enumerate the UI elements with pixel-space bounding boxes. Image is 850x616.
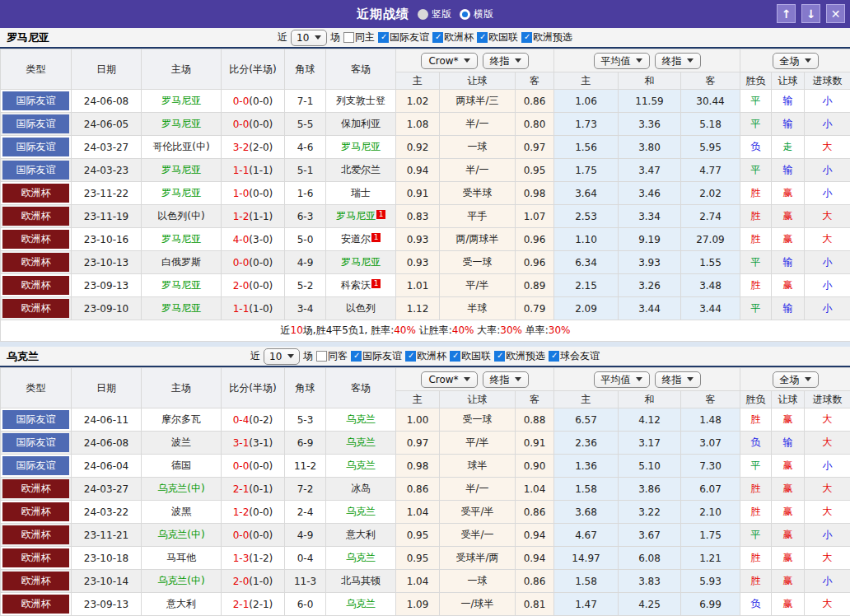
competition-checkbox[interactable]: 国际友谊 [351, 349, 402, 363]
cell-avg-odds: 1.56 [554, 136, 619, 159]
team-link[interactable]: 乌克兰 [346, 506, 376, 517]
team-link[interactable]: 乌克兰(中) [157, 529, 204, 540]
team-link[interactable]: 安道尔 [341, 233, 371, 245]
team-link[interactable]: 以色列 [346, 302, 376, 314]
odds-dropdown[interactable]: 终指 [483, 371, 529, 388]
subcol-header: 客 [516, 72, 554, 90]
scroll-up-button[interactable]: ↑ [777, 4, 796, 23]
team-link[interactable]: 乌克兰 [346, 552, 376, 563]
odds-dropdown[interactable]: 终指 [655, 371, 701, 388]
scroll-down-button[interactable]: ↓ [801, 4, 820, 23]
cell-result: 赢 [772, 501, 805, 524]
odds-dropdown[interactable]: 全场 [773, 371, 819, 388]
team-link[interactable]: 列支敦士登 [336, 95, 385, 106]
cell-avg-odds: 3.26 [619, 274, 681, 297]
checkbox-label: 欧洲预选 [506, 349, 545, 363]
cell-crow-odds: 1.12 [396, 297, 440, 320]
team-link[interactable]: 北爱尔兰 [341, 164, 381, 175]
team-link[interactable]: 罗马尼亚 [161, 164, 201, 175]
competition-checkbox[interactable]: 欧洲预选 [494, 349, 545, 363]
team-link[interactable]: 罗马尼亚 [161, 233, 201, 245]
odds-group-header: 全场 [740, 368, 850, 391]
odds-dropdown[interactable]: Crow* [421, 371, 477, 388]
team-link[interactable]: 科索沃 [341, 279, 371, 291]
same-venue-checkbox[interactable]: 同主 [343, 30, 375, 44]
team-link[interactable]: 德国 [171, 460, 191, 471]
cell-crow-odds: 1.04 [396, 501, 440, 524]
cell-result: 赢 [772, 408, 805, 432]
team-link[interactable]: 北马其顿 [341, 575, 381, 586]
competition-checkbox[interactable]: 球会友谊 [549, 349, 600, 363]
cell-result: 大 [805, 205, 850, 228]
odds-dropdown[interactable]: 终指 [655, 53, 701, 69]
competition-checkbox[interactable]: 欧国联 [477, 30, 518, 44]
score-fulltime: 1-1 [233, 303, 250, 315]
odds-dropdown[interactable]: Crow* [421, 53, 477, 69]
cell-corners: 4-6 [285, 136, 326, 159]
team-link[interactable]: 乌克兰 [346, 436, 376, 448]
cell-avg-odds: 1.58 [554, 570, 619, 593]
team-link[interactable]: 摩尔多瓦 [161, 413, 201, 425]
team-link[interactable]: 以色列(中) [157, 210, 204, 222]
cell-result: 小 [805, 455, 850, 478]
recent-count-select[interactable]: 10 [264, 348, 300, 365]
cell-result: 小 [805, 274, 850, 297]
cell-home: 罗马尼亚 [142, 182, 222, 205]
competition-checkbox[interactable]: 欧洲杯 [432, 30, 474, 44]
team-link[interactable]: 意大利 [166, 598, 196, 609]
cell-date: 24-06-04 [72, 455, 142, 478]
score-halftime: (3-0) [249, 234, 273, 245]
team-link[interactable]: 乌克兰 [346, 598, 376, 609]
team-link[interactable]: 罗马尼亚 [161, 279, 201, 291]
team-name: 罗马尼亚 [7, 30, 49, 45]
team-link[interactable]: 乌克兰 [346, 460, 376, 471]
team-link[interactable]: 冰岛 [351, 483, 371, 494]
team-link[interactable]: 乌克兰(中) [157, 483, 204, 494]
team-link[interactable]: 波黑 [171, 506, 191, 517]
dropdown-label: Crow* [428, 54, 458, 68]
recent-count-select[interactable]: 10 [291, 30, 327, 46]
cell-corners: 4-9 [285, 524, 326, 547]
team-link[interactable]: 乌克兰 [346, 413, 376, 425]
subcol-header: 胜负 [740, 391, 772, 408]
team-link[interactable]: 罗马尼亚 [161, 118, 201, 129]
layout-radio-vertical[interactable]: 竖版 [418, 7, 451, 21]
team-link[interactable]: 乌克兰(中) [157, 575, 204, 586]
score-fulltime: 1-3 [233, 553, 250, 564]
team-link[interactable]: 罗马尼亚 [336, 210, 376, 222]
team-link[interactable]: 意大利 [346, 529, 376, 540]
cell-competition: 欧洲杯 [1, 228, 72, 251]
team-link[interactable]: 罗马尼亚 [341, 256, 381, 268]
score-fulltime: 0-0 [233, 460, 250, 472]
odds-dropdown[interactable]: 平均值 [594, 371, 650, 388]
competition-checkbox[interactable]: 欧国联 [450, 349, 491, 363]
odds-dropdown[interactable]: 平均值 [594, 53, 650, 69]
competition-badge: 国际友谊 [2, 161, 69, 180]
cell-result: 走 [772, 136, 805, 159]
team-link[interactable]: 哥伦比亚(中) [152, 141, 209, 152]
team-link[interactable]: 罗马尼亚 [161, 187, 201, 198]
same-venue-checkbox[interactable]: 同客 [316, 349, 348, 363]
team-link[interactable]: 保加利亚 [341, 118, 381, 129]
odds-dropdown[interactable]: 全场 [773, 53, 819, 69]
team-link[interactable]: 白俄罗斯 [161, 256, 201, 268]
cell-away: 北爱尔兰 [326, 159, 396, 182]
summary-segment: 大率: [474, 324, 500, 336]
cell-corners: 7-1 [285, 90, 326, 113]
subcol-header: 客 [681, 391, 740, 408]
cell-score: 0-4(0-2) [222, 408, 285, 432]
team-link[interactable]: 马耳他 [166, 552, 196, 563]
competition-checkbox[interactable]: 欧洲预选 [521, 30, 572, 44]
competition-checkbox[interactable]: 欧洲杯 [405, 349, 446, 363]
competition-checkbox[interactable]: 国际友谊 [378, 30, 429, 44]
team-link[interactable]: 波兰 [171, 436, 191, 448]
team-link[interactable]: 罗马尼亚 [161, 95, 201, 106]
team-link[interactable]: 罗马尼亚 [161, 302, 201, 314]
team-link[interactable]: 瑞士 [351, 187, 371, 198]
cell-crow-odds: 0.81 [516, 593, 554, 616]
odds-dropdown[interactable]: 终指 [483, 53, 529, 69]
close-button[interactable]: ✕ [826, 4, 845, 23]
cell-away: 意大利 [326, 524, 396, 547]
layout-radio-horizontal[interactable]: 横版 [460, 7, 493, 21]
team-link[interactable]: 罗马尼亚 [341, 141, 381, 152]
